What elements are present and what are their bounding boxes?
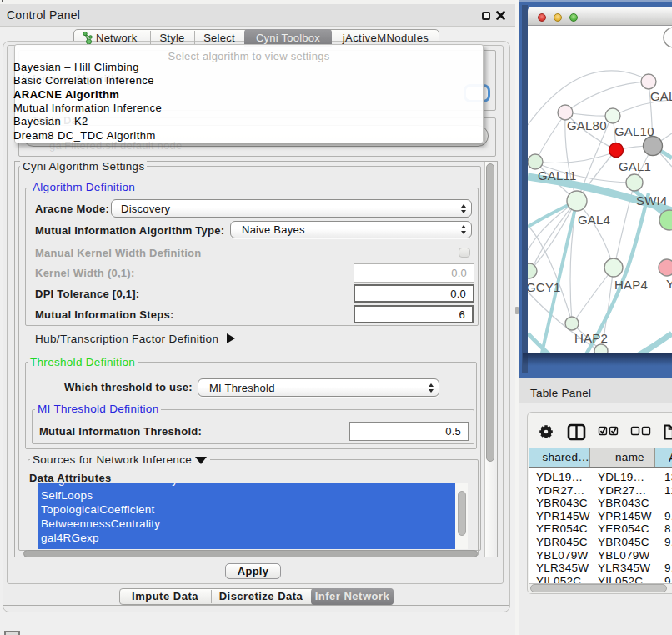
svg-text:SWI4: SWI4 [636, 193, 667, 208]
svg-text:GAL7: GAL7 [650, 89, 672, 103]
svg-text:GAL1: GAL1 [619, 159, 651, 173]
svg-text:GAL80: GAL80 [567, 118, 607, 132]
svg-text:GAL11: GAL11 [538, 168, 577, 182]
svg-text:HAP4: HAP4 [614, 278, 648, 292]
svg-text:GAL10: GAL10 [614, 124, 654, 138]
svg-text:GCY1: GCY1 [528, 280, 561, 294]
svg-text:Y: Y [666, 277, 672, 291]
svg-text:HAP2: HAP2 [574, 331, 608, 345]
svg-text:GAL4: GAL4 [578, 212, 610, 227]
